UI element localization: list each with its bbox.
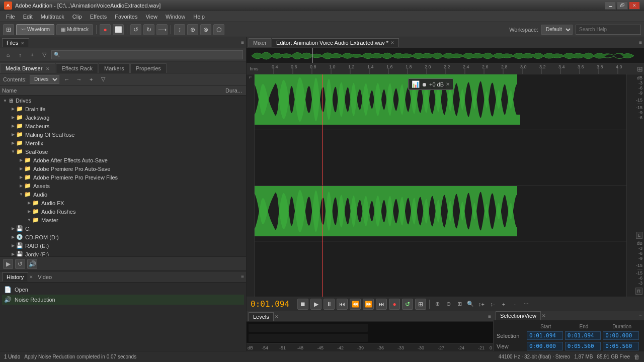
toolbar-btn8[interactable]: ⊗: [200, 24, 211, 35]
tab-video[interactable]: Video: [33, 273, 56, 282]
tree-master[interactable]: ▼ 📁 Master: [0, 216, 246, 224]
history-item-open[interactable]: 📄 Open: [2, 285, 244, 295]
mb-up-btn[interactable]: ↑: [15, 50, 25, 59]
toolbar-btn6[interactable]: ↕: [174, 24, 185, 35]
punch-btn[interactable]: ⊞: [415, 299, 426, 310]
menu-file[interactable]: File: [2, 13, 19, 21]
tree-audio-rushes[interactable]: ▶ 📁 Audio Rushes: [0, 207, 246, 216]
zoom-fit-btn[interactable]: ⊞: [455, 300, 464, 309]
tree-drives-section[interactable]: ▼ 🖥 Drives: [0, 97, 246, 105]
sel-view-menu[interactable]: ≡: [639, 313, 642, 319]
loop-transport-btn[interactable]: ↺: [402, 299, 413, 310]
trash-icon[interactable]: 🗑: [634, 353, 640, 360]
tree-searose[interactable]: ▼ 📁 SeaRose: [0, 147, 246, 156]
waveform-btn[interactable]: 〰 Waveform: [16, 24, 54, 35]
tab-markers[interactable]: Markers: [99, 63, 130, 73]
pause-btn[interactable]: ⏸: [324, 299, 335, 310]
workspace-select[interactable]: Default: [541, 25, 573, 35]
tab-properties[interactable]: Properties: [130, 63, 167, 73]
toolbar-btn3[interactable]: ↺: [130, 24, 141, 35]
tree-makingofse[interactable]: ▶ 📁 Making Of SeaRose: [0, 130, 246, 139]
mb-add-btn[interactable]: +: [27, 50, 37, 59]
tree-audio-fx[interactable]: ▶ 📁 Audio FX: [0, 199, 246, 207]
contents-fwd-btn[interactable]: →: [74, 75, 84, 84]
history-item-noise[interactable]: 🔊 Noise Reduction: [2, 295, 244, 305]
tab-levels[interactable]: Levels: [249, 312, 274, 321]
menu-help[interactable]: Help: [189, 13, 209, 21]
tree-merofix[interactable]: ▶ 📁 Merofix: [0, 139, 246, 147]
menu-window[interactable]: Window: [162, 13, 189, 21]
sv-selection-end[interactable]: 0:01.094: [565, 331, 601, 340]
minimize-button[interactable]: 🗕: [605, 2, 616, 10]
r-button[interactable]: R: [635, 288, 643, 295]
sv-view-start[interactable]: 0:00.000: [527, 342, 563, 350]
l-button[interactable]: L: [636, 232, 642, 239]
editor-panel-menu[interactable]: ≡: [639, 40, 642, 45]
tab-editor-file[interactable]: Editor: Animation Voice Audio Extracted.…: [272, 38, 399, 47]
tab-mixer[interactable]: Mixer: [249, 38, 271, 47]
tab-files[interactable]: Files ✕: [2, 38, 29, 47]
menu-edit[interactable]: Edit: [19, 13, 37, 21]
toolbar-btn4[interactable]: ↻: [143, 24, 154, 35]
play-transport-btn[interactable]: ▶: [310, 299, 321, 310]
contents-add-btn[interactable]: +: [87, 75, 96, 84]
history-panel-menu[interactable]: ≡: [241, 274, 244, 280]
editor-tab-close-icon[interactable]: ✕: [390, 40, 394, 45]
files-panel-menu[interactable]: ≡: [241, 40, 244, 45]
tab-sel-view[interactable]: Selection/View: [496, 311, 541, 320]
tree-macbeurs[interactable]: ▶ 📁 Macbeurs: [0, 122, 246, 130]
menu-effects[interactable]: Effects: [86, 13, 111, 21]
levels-panel-menu[interactable]: ≡: [488, 314, 491, 319]
record-btn[interactable]: ●: [100, 24, 111, 35]
tree-assets[interactable]: ▶ 📁 Assets: [0, 182, 246, 190]
sel-view-close[interactable]: ✕: [542, 313, 546, 318]
sv-view-dur[interactable]: 0:05.560: [603, 342, 639, 350]
fast-forward-btn[interactable]: ⏩: [363, 299, 374, 310]
zoom-out-time[interactable]: -: [510, 300, 519, 309]
mb-search-input[interactable]: [51, 50, 243, 59]
menu-clip[interactable]: Clip: [68, 13, 86, 21]
mb-filter-btn[interactable]: ▽: [39, 50, 49, 59]
tree-pr-autosave[interactable]: ▶ 📁 Adobe Premiere Pro Auto-Save: [0, 164, 246, 173]
menu-view[interactable]: View: [141, 13, 162, 21]
tab-media-browser[interactable]: Media Browser ✕: [0, 63, 55, 73]
zoom-vert-out[interactable]: ↕-: [488, 300, 497, 309]
history-close[interactable]: ✕: [29, 275, 33, 280]
tree-drainlife[interactable]: ▶ 📁 Drainlife: [0, 105, 246, 113]
sv-selection-dur[interactable]: 0:00.000: [603, 331, 639, 340]
zoom-in-time[interactable]: +: [499, 300, 508, 309]
toolbar-btn2[interactable]: ⬜: [113, 24, 124, 35]
zoom-vert-in[interactable]: ↕+: [477, 300, 486, 309]
tree-cdrom-d[interactable]: ▶ 💿 CD-ROM (D:): [0, 233, 246, 241]
tree-drive-e[interactable]: ▶ 💾 RAID (E:): [0, 241, 246, 250]
contents-filter-btn[interactable]: ▽: [99, 75, 108, 84]
sv-selection-start[interactable]: 0:01.094: [527, 331, 563, 340]
search-input[interactable]: [576, 25, 641, 35]
loop-btn[interactable]: ↺: [15, 259, 25, 269]
tree-ae-autosave[interactable]: ▶ 📁 Adobe After Effects Auto-Save: [0, 156, 246, 164]
stop-btn[interactable]: ⏹: [297, 299, 308, 310]
multitrack-btn[interactable]: ▦ Multitrack: [56, 24, 93, 35]
menu-favorites[interactable]: Favorites: [111, 13, 141, 21]
menu-multitrack[interactable]: Multitrack: [37, 13, 68, 21]
maximize-button[interactable]: 🗗: [617, 2, 628, 10]
play-btn[interactable]: ▶: [3, 259, 13, 269]
toolbar-icon1[interactable]: ⊞: [3, 24, 14, 35]
zoom-sel-btn[interactable]: 🔍: [466, 300, 475, 309]
zoom-to-fit-btn[interactable]: ⊞: [636, 64, 644, 74]
zoom-out-btn[interactable]: ⊖: [444, 300, 453, 309]
levels-close[interactable]: ✕: [275, 314, 279, 319]
overview-strip[interactable]: [247, 48, 644, 63]
speaker-btn[interactable]: 🔊: [27, 259, 37, 269]
volume-popup[interactable]: 📊 ⏺ +0 dB ✕: [408, 78, 453, 90]
tree-audio[interactable]: ▼ 📁 Audio: [0, 190, 246, 199]
tree-jackswag[interactable]: ▶ 📁 Jackswag: [0, 113, 246, 122]
to-start-btn[interactable]: ⏮: [337, 299, 348, 310]
tab-effects-rack[interactable]: Effects Rack: [56, 63, 98, 73]
zoom-in-btn[interactable]: ⊕: [433, 300, 442, 309]
toolbar-btn9[interactable]: ⬡: [213, 24, 224, 35]
close-button[interactable]: ✕: [629, 2, 640, 10]
vol-close-btn[interactable]: ✕: [446, 81, 450, 87]
sv-view-end[interactable]: 0:05.560: [565, 342, 601, 350]
tab-history[interactable]: History: [2, 273, 28, 282]
